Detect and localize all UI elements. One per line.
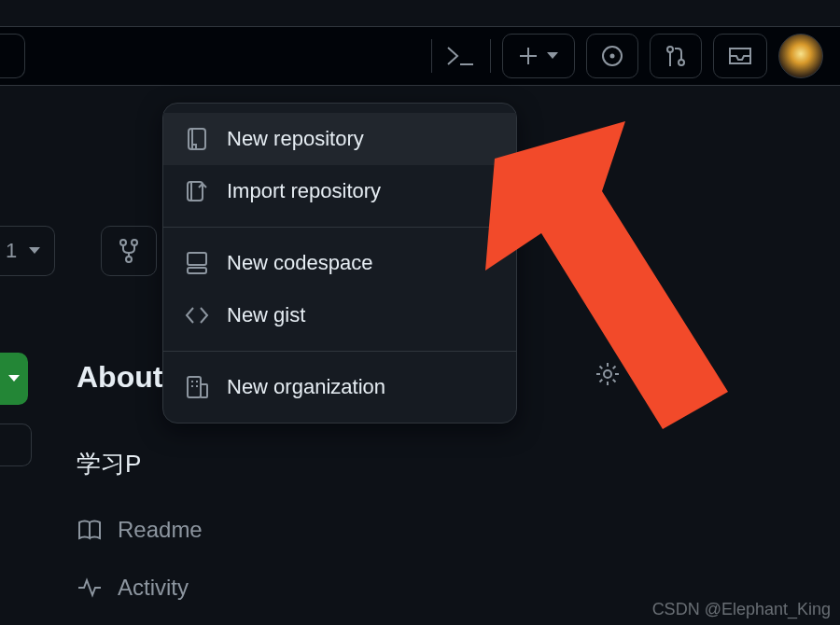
svg-point-7: [679, 60, 684, 65]
git-pull-request-icon: [664, 44, 688, 68]
repo-description: 学习P: [77, 448, 141, 480]
avatar[interactable]: [778, 34, 823, 78]
code-icon: [184, 302, 210, 328]
menu-item-new-repository[interactable]: New repository: [163, 113, 516, 165]
branch-selector-fragment[interactable]: 1: [0, 226, 55, 276]
activity-label: Activity: [118, 575, 189, 601]
divider: [490, 39, 491, 73]
activity-link[interactable]: Activity: [77, 575, 189, 601]
svg-rect-12: [188, 253, 206, 265]
header-action-group: [431, 39, 491, 73]
notifications-inbox-button[interactable]: [713, 34, 767, 78]
menu-item-new-codespace[interactable]: New codespace: [163, 237, 516, 289]
triangle-down-icon: [28, 246, 41, 256]
command-line-icon[interactable]: [445, 45, 477, 67]
triangle-down-icon: [546, 51, 559, 61]
readme-link[interactable]: Readme: [77, 517, 203, 543]
svg-point-21: [132, 240, 137, 245]
menu-item-label: New repository: [227, 127, 364, 151]
menu-item-new-organization[interactable]: New organization: [163, 361, 516, 413]
plus-icon: [518, 46, 539, 66]
divider: [431, 39, 432, 73]
svg-rect-14: [188, 377, 201, 397]
menu-item-label: Import repository: [227, 179, 381, 203]
menu-item-label: New codespace: [227, 251, 373, 275]
git-fork-icon: [117, 237, 141, 265]
svg-point-24: [604, 370, 611, 378]
settings-gear-button[interactable]: [594, 360, 622, 388]
svg-point-5: [667, 47, 673, 52]
organization-icon: [184, 374, 210, 400]
menu-separator: [163, 351, 516, 352]
issues-button[interactable]: [586, 34, 638, 78]
global-header: [0, 26, 840, 86]
menu-item-import-repository[interactable]: Import repository: [163, 165, 516, 217]
pull-requests-button[interactable]: [650, 34, 702, 78]
create-new-button[interactable]: [502, 34, 575, 78]
triangle-down-icon: [7, 374, 21, 383]
about-heading: About: [77, 360, 162, 395]
code-button-fragment[interactable]: [0, 353, 28, 405]
readme-label: Readme: [118, 517, 203, 543]
repo-push-icon: [184, 178, 210, 204]
issues-circle-icon: [600, 44, 624, 68]
left-border-fragment: [0, 424, 32, 466]
book-icon: [77, 519, 103, 541]
menu-item-new-gist[interactable]: New gist: [163, 289, 516, 341]
search-bar-end[interactable]: [0, 34, 25, 78]
svg-point-20: [120, 240, 126, 245]
watermark: CSDN @Elephant_King: [652, 600, 831, 619]
svg-rect-13: [188, 268, 206, 273]
repo-icon: [184, 126, 210, 152]
menu-item-label: New organization: [227, 375, 385, 399]
inbox-icon: [727, 45, 753, 67]
branch-count: 1: [6, 239, 17, 263]
menu-separator: [163, 227, 516, 228]
svg-point-4: [610, 54, 615, 59]
pulse-icon: [77, 577, 103, 598]
fork-button-fragment[interactable]: [101, 226, 157, 276]
create-new-dropdown: New repository Import repository New cod…: [162, 103, 517, 424]
menu-item-label: New gist: [227, 303, 305, 327]
codespaces-icon: [184, 250, 210, 276]
svg-rect-15: [201, 384, 207, 397]
svg-point-22: [126, 257, 132, 262]
